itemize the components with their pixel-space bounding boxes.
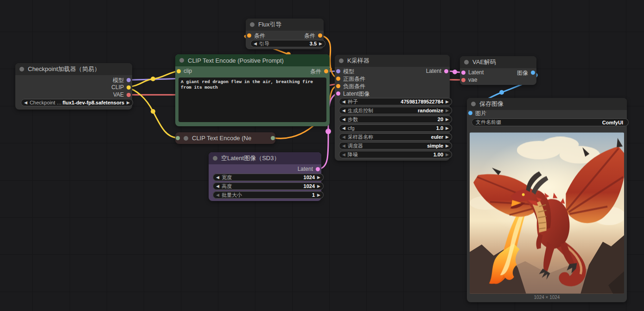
input-label-negative: 负面条件 <box>343 83 365 91</box>
width-number-widget[interactable]: ◀ 宽度 1024 ▶ <box>213 174 324 181</box>
next-value-arrow-icon[interactable]: ▶ <box>317 184 320 188</box>
input-port-clip[interactable] <box>177 69 181 73</box>
input-label-latent-image: Latent图像 <box>343 90 370 98</box>
prev-value-arrow-icon[interactable]: ◀ <box>216 184 219 188</box>
next-value-arrow-icon[interactable]: ▶ <box>317 193 320 197</box>
cfg-number-widget[interactable]: ◀ cfg 1.0 ▶ <box>339 124 452 132</box>
prev-value-arrow-icon[interactable]: ◀ <box>342 144 345 148</box>
input-port-images[interactable] <box>468 111 472 115</box>
output-label-model: 模型 <box>113 77 124 84</box>
node-checkpoint-loader[interactable]: Checkpoint加载器（简易） 模型 CLIP VAE ◀ Checkpoi… <box>15 63 132 110</box>
node-header[interactable]: CLIP Text Encode (Ne <box>175 132 275 144</box>
control-after-generate-widget[interactable]: ◀ 生成后控制 randomize ▶ <box>339 107 452 114</box>
node-clip-text-encode-negative[interactable]: CLIP Text Encode (Ne <box>175 132 275 144</box>
node-header[interactable]: VAE解码 <box>460 56 536 68</box>
denoise-number-widget[interactable]: ◀ 降噪 1.00 ▶ <box>339 151 452 158</box>
node-clip-text-encode-positive[interactable]: CLIP Text Encode (Positive Prompt) clip … <box>175 54 330 126</box>
scheduler-widget[interactable]: ◀ 调度器 simple ▶ <box>339 142 452 149</box>
collapse-dot-icon[interactable] <box>184 136 188 141</box>
node-save-image[interactable]: 保存图像 图片 文件名前缀 ComfyUI <box>467 98 627 302</box>
filename-prefix-widget[interactable]: 文件名前缀 ComfyUI <box>472 118 629 126</box>
output-port-conditioning[interactable] <box>324 69 328 73</box>
prev-value-arrow-icon[interactable]: ◀ <box>342 109 345 113</box>
prev-value-arrow-icon[interactable]: ◀ <box>254 42 257 46</box>
collapse-dot-icon[interactable] <box>464 60 469 65</box>
batch-size-number-widget[interactable]: ◀ 批量大小 1 ▶ <box>213 191 324 199</box>
next-value-arrow-icon[interactable]: ▶ <box>446 109 449 113</box>
next-value-arrow-icon[interactable]: ▶ <box>446 135 449 139</box>
next-value-arrow-icon[interactable]: ▶ <box>446 126 449 130</box>
output-label-latent: Latent <box>426 68 441 74</box>
prev-value-arrow-icon[interactable]: ◀ <box>342 126 345 130</box>
next-value-arrow-icon[interactable]: ▶ <box>446 117 449 122</box>
output-label-latent: Latent <box>298 166 313 172</box>
input-port-model[interactable] <box>336 69 340 73</box>
node-title: Checkpoint加载器（简易） <box>28 65 100 73</box>
collapse-dot-icon[interactable] <box>339 58 344 63</box>
output-port-latent[interactable] <box>444 69 448 73</box>
node-vae-decode[interactable]: VAE解码 Latent vae 图像 <box>460 56 536 85</box>
next-value-arrow-icon[interactable]: ▶ <box>446 153 449 157</box>
prev-value-arrow-icon[interactable]: ◀ <box>216 193 219 197</box>
collapse-dot-icon[interactable] <box>213 156 217 161</box>
next-value-arrow-icon[interactable]: ▶ <box>127 101 130 105</box>
checkpoint-combo-widget[interactable]: ◀ Checkpoint … flux1-dev-fp8.safetensors… <box>21 99 133 106</box>
node-empty-latent-sd3[interactable]: 空Latent图像（SD3） Latent ◀ 宽度 1024 ▶ ◀ 高度 1… <box>209 152 321 201</box>
graph-canvas[interactable]: Checkpoint加载器（简易） 模型 CLIP VAE ◀ Checkpoi… <box>0 0 644 311</box>
node-header[interactable]: Flux引导 <box>246 19 324 31</box>
node-title: Flux引导 <box>258 20 282 29</box>
height-number-widget[interactable]: ◀ 高度 1024 ▶ <box>213 182 324 190</box>
prev-value-arrow-icon[interactable]: ◀ <box>342 100 345 104</box>
prev-value-arrow-icon[interactable]: ◀ <box>342 117 345 122</box>
collapse-dot-icon[interactable] <box>471 102 476 106</box>
node-title: K采样器 <box>347 57 370 65</box>
output-port-latent[interactable] <box>316 167 320 171</box>
sampler-name-widget[interactable]: ◀ 采样器名称 euler ▶ <box>339 133 452 141</box>
collapse-dot-icon[interactable] <box>250 22 255 27</box>
prev-value-arrow-icon[interactable]: ◀ <box>216 175 219 180</box>
output-port-clip[interactable] <box>127 85 131 90</box>
node-title: 空Latent图像（SD3） <box>221 154 280 162</box>
input-label-clip: clip <box>184 68 192 74</box>
prev-value-arrow-icon[interactable]: ◀ <box>24 101 27 105</box>
generated-dragon-image <box>470 132 624 294</box>
input-port-latent[interactable] <box>461 71 465 75</box>
collapsed-output-port[interactable] <box>271 136 275 140</box>
prev-value-arrow-icon[interactable]: ◀ <box>342 135 345 139</box>
prompt-text-area[interactable]: A giant red dragon flew in the air, brea… <box>179 78 326 122</box>
collapsed-input-port[interactable] <box>176 136 180 140</box>
node-header[interactable]: 空Latent图像（SD3） <box>209 152 321 164</box>
node-header[interactable]: 保存图像 <box>467 98 627 110</box>
node-flux-guidance[interactable]: Flux引导 条件 条件 ◀ 引导 3.5 ▶ <box>246 19 324 49</box>
node-header[interactable]: Checkpoint加载器（简易） <box>15 63 132 75</box>
next-value-arrow-icon[interactable]: ▶ <box>446 144 449 148</box>
collapse-dot-icon[interactable] <box>19 67 24 71</box>
output-port-conditioning[interactable] <box>318 33 322 38</box>
output-port-vae[interactable] <box>127 93 131 97</box>
input-label-positive: 正面条件 <box>343 75 365 83</box>
steps-number-widget[interactable]: ◀ 步数 20 ▶ <box>339 116 452 123</box>
next-value-arrow-icon[interactable]: ▶ <box>446 100 449 104</box>
input-port-vae[interactable] <box>461 78 465 82</box>
input-port-negative[interactable] <box>336 84 340 88</box>
node-header[interactable]: K采样器 <box>335 55 450 67</box>
guidance-number-widget[interactable]: ◀ 引导 3.5 ▶ <box>250 40 325 47</box>
link-clip-positive <box>126 71 179 87</box>
next-value-arrow-icon[interactable]: ▶ <box>319 42 322 46</box>
prev-value-arrow-icon[interactable]: ◀ <box>342 153 345 157</box>
link-clip-negative <box>126 87 178 138</box>
node-ksampler[interactable]: K采样器 模型 正面条件 负面条件 Latent图像 Latent ◀ 种子 4… <box>335 55 450 161</box>
node-header[interactable]: CLIP Text Encode (Positive Prompt) <box>175 54 330 66</box>
output-port-image[interactable] <box>531 71 535 75</box>
input-port-positive[interactable] <box>336 77 340 81</box>
input-port-conditioning[interactable] <box>247 33 251 38</box>
node-title: VAE解码 <box>472 58 496 66</box>
output-port-model[interactable] <box>127 78 131 82</box>
collapse-dot-icon[interactable] <box>179 58 184 63</box>
generated-image-preview <box>470 132 624 294</box>
image-resolution-label: 1024 × 1024 <box>467 295 627 300</box>
next-value-arrow-icon[interactable]: ▶ <box>317 175 320 180</box>
seed-number-widget[interactable]: ◀ 种子 475981789522784 ▶ <box>339 98 452 105</box>
input-port-latent-image[interactable] <box>336 91 340 96</box>
input-label-model: 模型 <box>343 68 354 76</box>
